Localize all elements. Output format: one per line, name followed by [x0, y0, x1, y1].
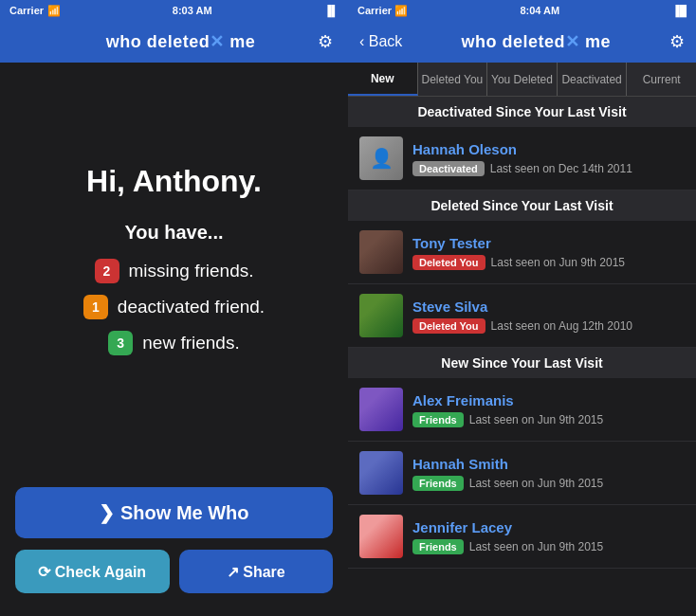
tab-current[interactable]: Current — [627, 63, 696, 96]
friend-info: Hannah Smith Friends Last seen on Jun 9t… — [412, 456, 685, 491]
new-badge: 3 — [108, 331, 133, 355]
list-item: Hannah Smith Friends Last seen on Jun 9t… — [348, 442, 696, 505]
friend-name: Hannah Oleson — [412, 141, 685, 157]
friend-info: Alex Freimanis Friends Last seen on Jun … — [412, 392, 685, 427]
left-battery-icon: ▐▌ — [323, 5, 339, 16]
friend-meta: Friends Last seen on Jun 9th 2015 — [412, 412, 685, 427]
last-seen: Last seen on Jun 9th 2015 — [491, 256, 625, 269]
friend-meta: Deactivated Last seen on Dec 14th 2011 — [412, 161, 685, 176]
friend-meta: Friends Last seen on Jun 9th 2015 — [412, 539, 685, 554]
right-time: 8:04 AM — [520, 5, 559, 16]
left-carrier: Carrier 📶 — [9, 5, 61, 17]
greeting-text: Hi, Anthony. — [86, 164, 262, 199]
last-seen: Last seen on Jun 9th 2015 — [469, 540, 603, 553]
right-wifi-icon: 📶 — [394, 5, 408, 16]
list-item: Alex Freimanis Friends Last seen on Jun … — [348, 378, 696, 442]
avatar — [359, 451, 403, 495]
tab-deleted-you[interactable]: Deleted You — [418, 63, 488, 96]
friend-name: Jennifer Lacey — [412, 519, 685, 535]
friend-meta: Deleted You Last seen on Jun 9th 2015 — [412, 255, 685, 270]
section-header-deleted: Deleted Since Your Last Visit — [348, 190, 696, 221]
friend-info: Hannah Oleson Deactivated Last seen on D… — [412, 141, 685, 176]
avatar — [359, 388, 403, 431]
deactivated-badge: 1 — [83, 295, 108, 319]
left-nav-bar: who deleted✕ me ⚙ — [0, 21, 348, 63]
list-item: Tony Tester Deleted You Last seen on Jun… — [348, 221, 696, 284]
right-status-bar: Carrier 📶 8:04 AM ▐█ — [348, 0, 696, 21]
left-panel: Carrier 📶 8:03 AM ▐▌ who deleted✕ me ⚙ H… — [0, 0, 348, 616]
last-seen: Last seen on Dec 14th 2011 — [490, 162, 632, 175]
left-gear-icon[interactable]: ⚙ — [318, 31, 333, 52]
last-seen: Last seen on Aug 12th 2010 — [491, 319, 632, 333]
left-time: 8:03 AM — [173, 5, 212, 16]
stat-row-missing: 2 missing friends. — [95, 259, 254, 283]
status-badge: Friends — [412, 476, 464, 491]
right-app-title: who deleted✕ me — [461, 31, 611, 52]
friend-name: Steve Silva — [412, 299, 685, 315]
tab-deactivated[interactable]: Deactivated — [558, 63, 628, 96]
right-gear-icon[interactable]: ⚙ — [669, 31, 685, 52]
friend-name: Alex Freimanis — [412, 392, 685, 408]
right-battery: ▐█ — [671, 5, 687, 16]
check-again-button[interactable]: ⟳ Check Again — [15, 550, 170, 593]
right-panel: Carrier 📶 8:04 AM ▐█ ‹ Back who deleted✕… — [348, 0, 696, 616]
last-seen: Last seen on Jun 9th 2015 — [469, 413, 603, 426]
friend-meta: Friends Last seen on Jun 9th 2015 — [412, 476, 685, 491]
section-header-new: New Since Your Last Visit — [348, 348, 696, 378]
right-scroll-content: Deactivated Since Your Last Visit 👤 Hann… — [348, 97, 696, 616]
list-item: Steve Silva Deleted You Last seen on Aug… — [348, 284, 696, 348]
stat-row-new: 3 new friends. — [108, 331, 239, 355]
right-carrier: Carrier 📶 — [357, 5, 408, 17]
btn-row: ⟳ Check Again ↗ Share — [15, 550, 333, 593]
missing-badge: 2 — [95, 259, 119, 283]
status-badge: Deactivated — [412, 161, 485, 176]
left-wifi-icon: 📶 — [47, 5, 61, 17]
status-badge: Friends — [412, 539, 464, 554]
left-status-bar: Carrier 📶 8:03 AM ▐▌ — [0, 0, 348, 21]
friend-name: Hannah Smith — [412, 456, 685, 472]
left-carrier-text: Carrier — [9, 5, 44, 16]
share-button[interactable]: ↗ Share — [179, 550, 334, 593]
avatar: 👤 — [359, 136, 403, 180]
status-badge: Deleted You — [412, 255, 485, 270]
you-have-text: You have... — [124, 222, 223, 244]
show-me-who-button[interactable]: ❯ Show Me Who — [15, 487, 333, 538]
last-seen: Last seen on Jun 9th 2015 — [469, 477, 603, 490]
friend-name: Tony Tester — [412, 235, 685, 251]
stat-row-deactivated: 1 deactivated friend. — [83, 295, 265, 319]
left-content: Hi, Anthony. You have... 2 missing frien… — [0, 63, 348, 468]
tab-bar: New Deleted You You Deleted Deactivated … — [348, 63, 696, 97]
back-button[interactable]: ‹ Back — [359, 33, 402, 50]
buttons-area: ❯ Show Me Who ⟳ Check Again ↗ Share — [0, 468, 348, 616]
friend-info: Steve Silva Deleted You Last seen on Aug… — [412, 299, 685, 334]
friend-meta: Deleted You Last seen on Aug 12th 2010 — [412, 318, 685, 334]
tab-new[interactable]: New — [348, 63, 418, 96]
new-label: new friends. — [142, 333, 239, 353]
tab-you-deleted[interactable]: You Deleted — [487, 63, 558, 96]
section-header-deactivated: Deactivated Since Your Last Visit — [348, 97, 696, 127]
left-battery: ▐▌ — [323, 5, 339, 16]
status-badge: Friends — [412, 412, 464, 427]
list-item: Jennifer Lacey Friends Last seen on Jun … — [348, 505, 696, 569]
friend-info: Jennifer Lacey Friends Last seen on Jun … — [412, 519, 685, 554]
list-item: 👤 Hannah Oleson Deactivated Last seen on… — [348, 127, 696, 190]
status-badge: Deleted You — [412, 318, 485, 334]
deactivated-label: deactivated friend. — [118, 297, 265, 317]
avatar — [359, 230, 403, 274]
left-app-title: who deleted✕ me — [106, 31, 256, 52]
right-nav-bar: ‹ Back who deleted✕ me ⚙ — [348, 21, 696, 63]
friend-info: Tony Tester Deleted You Last seen on Jun… — [412, 235, 685, 270]
avatar — [359, 515, 403, 558]
missing-label: missing friends. — [129, 261, 254, 281]
right-title-x: ✕ — [565, 32, 580, 51]
left-title-x: ✕ — [210, 32, 225, 51]
avatar — [359, 294, 403, 337]
